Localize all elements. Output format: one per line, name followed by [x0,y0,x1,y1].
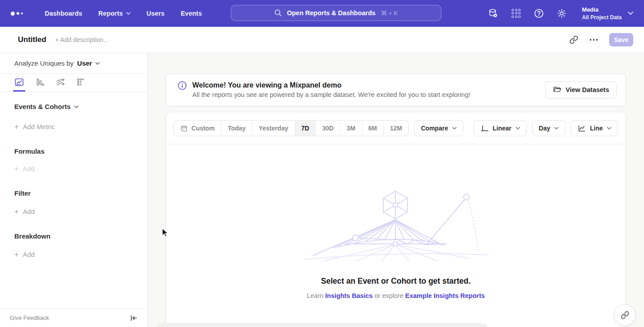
chevron-down-icon [95,62,100,65]
chevron-down-icon [554,127,559,130]
mixpanel-insights-app: Dashboards Reports Users Events Open Rep… [0,0,644,327]
report-card: Custom Today Yesterday 7D 30D 3M 6M 12M … [165,112,626,327]
help-icon[interactable] [534,8,544,19]
events-cohorts-section: Events & Cohorts + Add Metric [0,103,147,130]
empty-state-links: Learn Insights Basics or explore Example… [166,292,626,299]
folder-icon [553,85,562,94]
link-icon [621,311,629,319]
chart-type-dropdown[interactable]: Line [571,120,618,136]
add-breakdown-button[interactable]: + Add [14,251,133,258]
search-shortcut: ⌘ + K [381,9,398,17]
logo-dot [11,12,15,16]
search-icon [274,9,282,17]
range-30d[interactable]: 30D [315,121,340,136]
nav-users[interactable]: Users [147,10,165,17]
search-placeholder: Open Reports & Dashboards [287,9,375,17]
apps-grid-icon[interactable] [511,8,521,19]
analyze-label: Analyze Uniques by [14,59,74,67]
nav-dashboards[interactable]: Dashboards [45,10,82,17]
logo-dot [21,13,23,14]
tab-insights-line-icon[interactable] [14,77,24,91]
line-chart-icon [577,124,586,133]
data-management-icon[interactable] [488,8,499,19]
chart-type-tabs [0,74,147,92]
chevron-down-icon [516,127,520,130]
report-toolbar: Custom Today Yesterday 7D 30D 3M 6M 12M … [166,112,626,144]
range-12m[interactable]: 12M [383,121,408,136]
plus-icon: + [14,123,19,130]
range-6m[interactable]: 6M [362,121,383,136]
project-name: Media [582,6,622,14]
next-card-edge [157,323,487,327]
example-insights-reports-link[interactable]: Example Insights Reports [405,292,485,299]
top-nav: Dashboards Reports Users Events Open Rep… [0,0,644,27]
chevron-down-icon [74,105,79,108]
nav-menu: Dashboards Reports Users Events [45,10,202,17]
plus-icon: + [14,208,19,215]
global-search[interactable]: Open Reports & Dashboards ⌘ + K [231,5,441,21]
compare-dropdown[interactable]: Compare [414,120,463,136]
filter-header: Filter [14,189,133,197]
nav-right-cluster: Media All Project Data [488,6,644,21]
events-cohorts-header[interactable]: Events & Cohorts [14,103,133,110]
project-info: Media All Project Data [582,6,622,21]
date-range-control: Custom Today Yesterday 7D 30D 3M 6M 12M [174,120,409,136]
add-metric-button[interactable]: + Add Metric [14,123,133,130]
query-builder-sidebar: Analyze Uniques by User Events & Cohorts [0,53,148,327]
add-filter-button[interactable]: + Add [14,208,133,215]
analyze-entity-dropdown[interactable]: User [77,59,100,67]
empty-state-title: Select an Event or Cohort to get started… [166,277,626,286]
copy-link-icon[interactable] [569,35,578,44]
add-formula-button[interactable]: + Add [14,165,133,172]
insights-basics-link[interactable]: Insights Basics [325,292,373,299]
scale-dropdown[interactable]: Linear [474,120,527,136]
collapse-sidebar-icon[interactable] [129,314,137,322]
report-title[interactable]: Untitled [18,35,46,44]
analyze-row: Analyze Uniques by User [0,53,147,74]
banner-title: Welcome! You are viewing a Mixpanel demo [192,81,470,89]
banner-subtitle: All the reports you see are powered by a… [192,91,470,98]
axis-icon [480,124,489,133]
chevron-down-icon [607,127,611,130]
info-icon [178,81,187,90]
save-button[interactable]: Save [609,33,633,46]
empty-state: Select an Event or Cohort to get started… [166,144,626,299]
report-header: Untitled + Add description... Save [0,27,644,53]
range-7d-selected[interactable]: 7D [295,121,316,136]
breakdown-header: Breakdown [14,232,133,240]
range-3m[interactable]: 3M [340,121,361,136]
formulas-section: Formulas + Add [0,147,147,172]
chevron-down-icon [126,12,131,15]
logo-dot [17,12,19,15]
view-datasets-button[interactable]: View Datasets [545,81,617,98]
breakdown-section: Breakdown + Add [0,232,147,258]
project-switcher[interactable]: Media All Project Data [582,6,633,21]
project-scope: All Project Data [582,14,622,21]
chevron-down-icon [628,12,633,15]
interval-dropdown[interactable]: Day [532,120,566,136]
welcome-banner: Welcome! You are viewing a Mixpanel demo… [165,73,626,106]
filter-section: Filter + Add [0,189,147,215]
nav-reports[interactable]: Reports [98,10,131,17]
range-today[interactable]: Today [221,121,252,136]
tab-flows-icon[interactable] [55,77,65,91]
main-content: Welcome! You are viewing a Mixpanel demo… [148,53,644,327]
report-actions: Save [569,33,634,46]
mixpanel-logo[interactable] [11,12,26,16]
report-description-placeholder[interactable]: + Add description... [55,36,108,43]
tab-retention-icon[interactable] [76,77,86,91]
nav-events[interactable]: Events [181,10,202,17]
more-options-icon[interactable] [590,39,598,41]
plus-icon: + [14,165,19,172]
calendar-icon [180,125,188,132]
empty-state-illustration [295,185,496,261]
range-custom[interactable]: Custom [174,121,221,136]
sidebar-footer: Give Feedback [0,308,147,327]
chart-controls: Linear Day Line [474,120,618,136]
range-yesterday[interactable]: Yesterday [252,121,294,136]
share-link-fab[interactable] [614,304,636,326]
settings-gear-icon[interactable] [556,8,567,19]
give-feedback-link[interactable]: Give Feedback [10,314,49,321]
banner-text: Welcome! You are viewing a Mixpanel demo… [192,81,470,98]
tab-bar-chart-icon[interactable] [35,77,45,91]
